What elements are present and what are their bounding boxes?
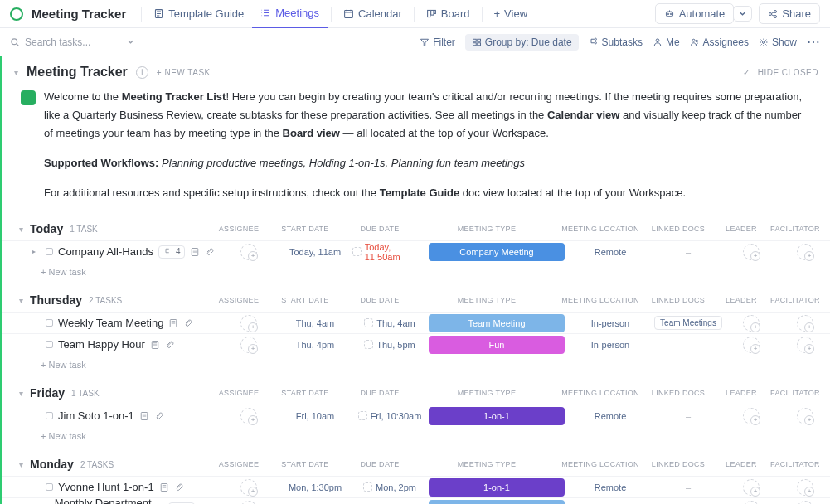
status-dot[interactable]	[46, 483, 53, 491]
col-facilitator[interactable]: FACILITATOR	[770, 296, 820, 304]
search-input[interactable]: Search tasks...	[10, 36, 134, 48]
col-assignee[interactable]: ASSIGNEE	[210, 460, 268, 468]
automate-dropdown[interactable]	[733, 6, 752, 22]
leader-add[interactable]	[743, 408, 760, 424]
col-assignee[interactable]: ASSIGNEE	[210, 296, 268, 304]
group-name[interactable]: Today	[30, 222, 63, 235]
subtask-count-badge[interactable]: 4	[158, 245, 186, 259]
info-icon[interactable]: i	[136, 66, 148, 79]
group-name[interactable]: Friday	[30, 386, 65, 400]
col-start-date[interactable]: START DATE	[268, 296, 342, 304]
attachment-icon[interactable]	[183, 318, 193, 328]
leader-add[interactable]	[743, 337, 760, 353]
col-linked-docs[interactable]: LINKED DOCS	[644, 460, 712, 468]
filter-button[interactable]: Filter	[420, 36, 455, 48]
doc-icon[interactable]	[168, 318, 178, 328]
group-by-button[interactable]: Group by: Due date	[465, 34, 579, 51]
col-linked-docs[interactable]: LINKED DOCS	[644, 296, 712, 304]
col-linked-docs[interactable]: LINKED DOCS	[644, 225, 712, 233]
assignee-add[interactable]	[240, 501, 257, 504]
task-name[interactable]: Team Happy Hour	[58, 338, 145, 351]
doc-icon[interactable]	[150, 340, 160, 350]
task-row[interactable]: Yvonne Hunt 1-on-1 Mon, 1:30pm Mon, 2pm …	[2, 476, 830, 497]
new-task-button[interactable]: + New task	[2, 355, 830, 381]
task-name[interactable]: Company All-Hands	[58, 245, 153, 258]
share-button[interactable]: Share	[759, 3, 820, 24]
chevron-down-icon[interactable]: ▾	[14, 68, 18, 77]
linked-doc-tag[interactable]: Team Meetings	[654, 316, 722, 330]
meeting-type-pill[interactable]: Team Meeting	[429, 314, 565, 332]
leader-add[interactable]	[743, 315, 760, 332]
due-date-cell[interactable]: Today, 11:50am	[352, 242, 427, 262]
col-meeting-location[interactable]: MEETING LOCATION	[556, 225, 644, 233]
group-name[interactable]: Monday	[30, 458, 74, 471]
leader-add[interactable]	[743, 501, 760, 504]
col-start-date[interactable]: START DATE	[268, 225, 342, 233]
attachment-icon[interactable]	[174, 482, 184, 492]
tab-meetings[interactable]: Meetings	[252, 0, 328, 28]
attachment-icon[interactable]	[205, 247, 215, 257]
col-meeting-location[interactable]: MEETING LOCATION	[556, 389, 644, 397]
attachment-icon[interactable]	[154, 411, 164, 421]
col-due-date[interactable]: DUE DATE	[342, 389, 417, 397]
assignee-add[interactable]	[240, 408, 257, 424]
hide-closed-toggle[interactable]: HIDE CLOSED	[758, 68, 818, 77]
col-start-date[interactable]: START DATE	[268, 389, 342, 397]
more-menu[interactable]: ⋯	[807, 34, 820, 50]
meeting-type-pill[interactable]: Team Meeting	[429, 500, 565, 504]
facilitator-add[interactable]	[797, 244, 813, 260]
status-dot[interactable]	[46, 341, 53, 348]
col-meeting-type[interactable]: MEETING TYPE	[417, 460, 556, 468]
task-row[interactable]: ▸ Monthly Department All-Hands 4 Mon, 9a…	[2, 497, 830, 504]
doc-icon[interactable]	[139, 411, 149, 421]
facilitator-add[interactable]	[797, 337, 813, 353]
col-facilitator[interactable]: FACILITATOR	[770, 460, 820, 468]
tab-calendar[interactable]: Calendar	[335, 0, 410, 28]
new-task-button[interactable]: + New task	[2, 262, 830, 288]
assignee-add[interactable]	[240, 479, 257, 496]
automate-button[interactable]: Automate	[655, 3, 735, 24]
due-date-cell[interactable]: Thu, 5pm	[352, 340, 427, 350]
start-date-cell[interactable]: Today, 11am	[278, 247, 352, 257]
due-date-cell[interactable]: Mon, 2pm	[352, 482, 427, 492]
tab-add-view[interactable]: + View	[486, 0, 536, 28]
start-date-cell[interactable]: Thu, 4pm	[278, 340, 352, 350]
col-linked-docs[interactable]: LINKED DOCS	[644, 389, 712, 397]
tab-board[interactable]: Board	[418, 0, 478, 28]
task-row[interactable]: Weekly Team Meeting Thu, 4am Thu, 4am Te…	[2, 312, 830, 333]
col-meeting-location[interactable]: MEETING LOCATION	[556, 296, 644, 304]
location-cell[interactable]: Remote	[566, 482, 654, 492]
chevron-down-icon[interactable]: ▾	[19, 296, 23, 305]
location-cell[interactable]: In-person	[566, 340, 654, 350]
facilitator-add[interactable]	[797, 315, 813, 332]
location-cell[interactable]: Remote	[566, 411, 654, 421]
assignee-add[interactable]	[240, 315, 257, 332]
col-meeting-type[interactable]: MEETING TYPE	[417, 296, 556, 304]
subtasks-button[interactable]: Subtasks	[589, 36, 643, 48]
col-assignee[interactable]: ASSIGNEE	[210, 389, 268, 397]
col-assignee[interactable]: ASSIGNEE	[210, 225, 268, 233]
start-date-cell[interactable]: Thu, 4am	[278, 318, 352, 328]
start-date-cell[interactable]: Fri, 10am	[278, 411, 352, 421]
leader-add[interactable]	[743, 479, 760, 496]
task-name[interactable]: Jim Soto 1-on-1	[58, 410, 134, 422]
col-leader[interactable]: LEADER	[712, 296, 770, 304]
status-dot[interactable]	[46, 412, 53, 419]
assignee-add[interactable]	[240, 244, 257, 260]
col-leader[interactable]: LEADER	[712, 460, 770, 468]
location-cell[interactable]: Remote	[566, 247, 654, 257]
start-date-cell[interactable]: Mon, 1:30pm	[278, 482, 352, 492]
col-due-date[interactable]: DUE DATE	[342, 225, 417, 233]
col-facilitator[interactable]: FACILITATOR	[770, 389, 820, 397]
meeting-type-pill[interactable]: Fun	[429, 336, 565, 354]
chevron-down-icon[interactable]: ▾	[19, 389, 23, 398]
group-name[interactable]: Thursday	[30, 293, 82, 307]
task-row[interactable]: ▸ Company All-Hands 4 Today, 11am Today,…	[2, 240, 830, 262]
col-start-date[interactable]: START DATE	[268, 460, 342, 468]
tab-template-guide[interactable]: Template Guide	[145, 0, 252, 28]
facilitator-add[interactable]	[797, 408, 813, 424]
expand-icon[interactable]: ▸	[32, 248, 41, 255]
due-date-cell[interactable]: Fri, 10:30am	[352, 411, 427, 421]
chevron-down-icon[interactable]: ▾	[19, 225, 23, 234]
attachment-icon[interactable]	[165, 340, 175, 350]
